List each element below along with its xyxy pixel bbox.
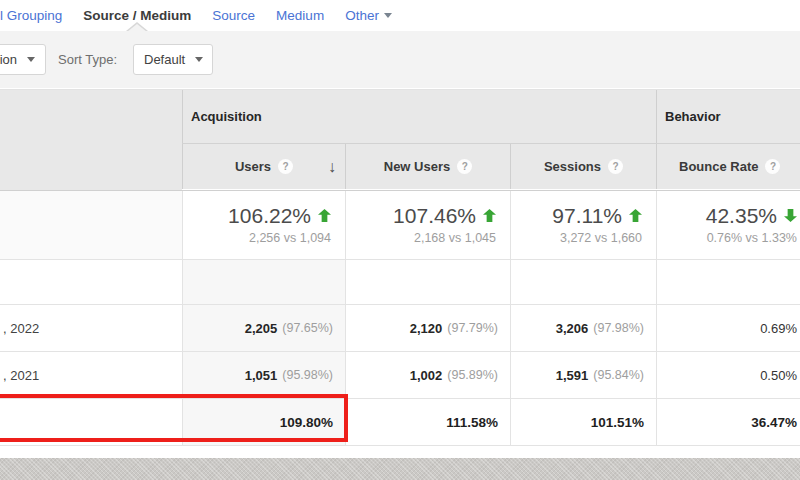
bounce-rate-label: Bounce Rate bbox=[679, 159, 758, 174]
new-users-cell: 1,002 (95.89%) bbox=[345, 352, 510, 398]
summary-bounce-rate-cell: 42.35% 0.76% vs 1.33% bbox=[656, 191, 800, 259]
up-arrow-icon bbox=[483, 209, 496, 222]
new-users-cell: 2,120 (97.79%) bbox=[345, 305, 510, 351]
help-icon[interactable]: ? bbox=[608, 159, 623, 174]
sort-descending-icon[interactable]: ↓ bbox=[328, 158, 336, 176]
summary-new-users-comparison: 2,168 vs 1,045 bbox=[414, 231, 496, 245]
dimension-header-cell bbox=[0, 90, 182, 190]
summary-sessions-cell: 97.11% 3,272 vs 1,660 bbox=[510, 191, 656, 259]
caret-down-icon bbox=[27, 57, 35, 62]
summary-bounce-rate-comparison: 0.76% vs 1.33% bbox=[707, 231, 797, 245]
sessions-cell: 1,591 (95.84%) bbox=[510, 352, 656, 398]
page-bottom-band bbox=[0, 458, 800, 480]
row-label-2022: , 2022 bbox=[0, 305, 182, 351]
caret-down-icon bbox=[384, 13, 392, 18]
column-header-users[interactable]: Users ? ↓ bbox=[182, 144, 345, 189]
secondary-dimension-value: ion bbox=[0, 52, 17, 67]
row-label-change bbox=[0, 399, 182, 445]
tab-other-label: Other bbox=[345, 8, 379, 23]
bounce-rate-change-cell: 36.47% bbox=[656, 399, 800, 445]
sessions-cell: 3,206 (97.98%) bbox=[510, 305, 656, 351]
bounce-rate-cell: 0.50% bbox=[656, 352, 800, 398]
group-header-row: Acquisition Behavior bbox=[182, 90, 800, 144]
sort-type-dropdown[interactable]: Default bbox=[133, 44, 213, 75]
tab-pointer-notch-fill bbox=[127, 24, 147, 32]
summary-dimension-cell bbox=[0, 191, 182, 259]
help-icon[interactable]: ? bbox=[457, 159, 472, 174]
summary-new-users-cell: 107.46% 2,168 vs 1,045 bbox=[345, 191, 510, 259]
summary-users-cell: 106.22% 2,256 vs 1,094 bbox=[182, 191, 345, 259]
table-row: , 2021 1,051 (95.98%) 1,002 (95.89%) 1,5… bbox=[0, 352, 800, 399]
help-icon[interactable]: ? bbox=[278, 159, 293, 174]
secondary-dimension-dropdown[interactable]: ion bbox=[0, 44, 46, 75]
table-row: , 2022 2,205 (97.65%) 2,120 (97.79%) 3,2… bbox=[0, 305, 800, 352]
up-arrow-icon bbox=[629, 209, 642, 222]
group-header-acquisition: Acquisition bbox=[182, 90, 656, 143]
summary-new-users-pct: 107.46% bbox=[393, 205, 476, 226]
column-header-bounce-rate[interactable]: Bounce Rate ? bbox=[656, 144, 800, 189]
table-header: Acquisition Behavior Users ? ↓ New Users… bbox=[0, 90, 800, 191]
tab-medium[interactable]: Medium bbox=[276, 8, 324, 23]
sort-type-value: Default bbox=[144, 52, 185, 67]
sort-type-label: Sort Type: bbox=[58, 52, 117, 67]
tab-source[interactable]: Source bbox=[212, 8, 255, 23]
users-cell: 2,205 (97.65%) bbox=[182, 305, 345, 351]
column-header-new-users[interactable]: New Users ? bbox=[345, 144, 510, 189]
column-header-row: Users ? ↓ New Users ? Sessions ? Bounce … bbox=[182, 144, 800, 189]
bounce-rate-cell: 0.69% bbox=[656, 305, 800, 351]
dimension-tabs: l Grouping Source / Medium Source Medium… bbox=[0, 0, 800, 31]
users-label: Users bbox=[235, 159, 271, 174]
percent-change-row: 109.80% 111.58% 101.51% 36.47% bbox=[0, 399, 800, 446]
summary-sessions-pct: 97.11% bbox=[552, 205, 622, 226]
analytics-table: Acquisition Behavior Users ? ↓ New Users… bbox=[0, 89, 800, 446]
help-icon[interactable]: ? bbox=[765, 159, 780, 174]
users-change-cell: 109.80% bbox=[182, 399, 345, 445]
down-arrow-icon bbox=[784, 209, 797, 222]
caret-down-icon bbox=[195, 57, 203, 62]
tab-source-medium[interactable]: Source / Medium bbox=[83, 8, 191, 23]
group-header-behavior: Behavior bbox=[656, 90, 800, 143]
sessions-label: Sessions bbox=[544, 159, 601, 174]
table-toolbar: ion Sort Type: Default bbox=[0, 31, 800, 88]
column-header-sessions[interactable]: Sessions ? bbox=[510, 144, 656, 189]
up-arrow-icon bbox=[318, 209, 331, 222]
summary-row: 106.22% 2,256 vs 1,094 107.46% 2,168 vs … bbox=[0, 191, 800, 260]
tab-other[interactable]: Other bbox=[345, 8, 392, 23]
summary-sessions-comparison: 3,272 vs 1,660 bbox=[560, 231, 642, 245]
dimension-entry-row bbox=[0, 260, 800, 305]
users-cell: 1,051 (95.98%) bbox=[182, 352, 345, 398]
new-users-change-cell: 111.58% bbox=[345, 399, 510, 445]
new-users-label: New Users bbox=[384, 159, 450, 174]
summary-users-pct: 106.22% bbox=[228, 205, 311, 226]
row-label-2021: , 2021 bbox=[0, 352, 182, 398]
sessions-change-cell: 101.51% bbox=[510, 399, 656, 445]
tab-channel-grouping[interactable]: l Grouping bbox=[0, 8, 62, 23]
summary-users-comparison: 2,256 vs 1,094 bbox=[249, 231, 331, 245]
summary-bounce-rate-pct: 42.35% bbox=[706, 205, 777, 226]
